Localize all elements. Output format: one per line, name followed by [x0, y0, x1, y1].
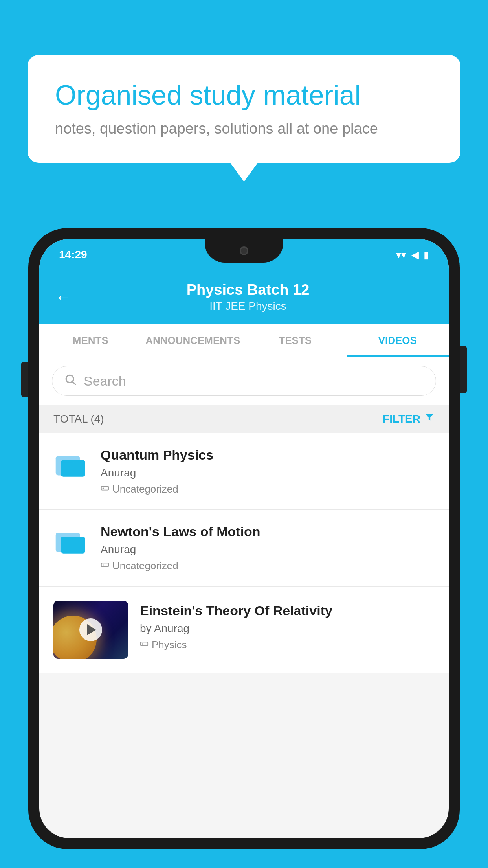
camera-dot [240, 246, 248, 255]
svg-line-1 [73, 382, 75, 384]
search-container: Search [39, 357, 449, 405]
video-tag: Physics [140, 639, 435, 651]
wifi-icon: ▾▾ [396, 249, 406, 261]
tab-ments[interactable]: MENTS [39, 324, 142, 357]
video-author: Anurag [101, 543, 435, 556]
video-info: Quantum Physics Anurag Uncategorized [101, 447, 435, 495]
folder-icon [53, 524, 89, 555]
tag-label: Uncategorized [112, 483, 178, 495]
svg-point-8 [142, 644, 143, 644]
search-icon [64, 373, 77, 389]
bubble-subtitle: notes, question papers, solutions all at… [55, 120, 433, 137]
tag-icon [140, 639, 149, 651]
tab-announcements[interactable]: ANNOUNCEMENTS [142, 324, 244, 357]
tag-label: Physics [152, 639, 187, 651]
video-tag: Uncategorized [101, 560, 435, 572]
status-icons: ▾▾ ◀ ▮ [396, 249, 429, 261]
video-list: Quantum Physics Anurag Uncategorized [39, 433, 449, 673]
play-button[interactable] [79, 618, 102, 641]
phone-wrapper: 14:29 ▾▾ ◀ ▮ ← Physics Batch 12 IIT JEE … [28, 228, 460, 868]
video-title: Quantum Physics [101, 447, 435, 463]
list-item[interactable]: Quantum Physics Anurag Uncategorized [39, 433, 449, 510]
status-time: 14:29 [59, 248, 87, 261]
search-placeholder: Search [84, 373, 126, 389]
filter-label: FILTER [383, 413, 420, 425]
bubble-title: Organised study material [55, 79, 433, 112]
video-title: Einstein's Theory Of Relativity [140, 603, 435, 618]
search-input-wrapper[interactable]: Search [52, 366, 436, 396]
speech-bubble: Organised study material notes, question… [28, 55, 460, 163]
play-icon [87, 624, 96, 635]
phone-outer: 14:29 ▾▾ ◀ ▮ ← Physics Batch 12 IIT JEE … [28, 228, 460, 849]
tag-icon [101, 483, 109, 495]
tabs-bar: MENTS ANNOUNCEMENTS TESTS VIDEOS [39, 324, 449, 357]
list-item[interactable]: Newton's Laws of Motion Anurag Uncategor… [39, 510, 449, 587]
video-author: Anurag [101, 467, 435, 479]
video-info: Newton's Laws of Motion Anurag Uncategor… [101, 524, 435, 572]
status-bar: 14:29 ▾▾ ◀ ▮ [39, 239, 449, 270]
svg-point-7 [103, 565, 104, 565]
speech-bubble-container: Organised study material notes, question… [28, 55, 460, 163]
filter-bar: TOTAL (4) FILTER [39, 405, 449, 433]
svg-point-4 [103, 488, 104, 489]
app-header: ← Physics Batch 12 IIT JEE Physics [39, 270, 449, 324]
list-item[interactable]: Einstein's Theory Of Relativity by Anura… [39, 587, 449, 673]
video-thumbnail [53, 601, 128, 659]
signal-icon: ◀ [411, 249, 419, 261]
battery-icon: ▮ [424, 249, 429, 261]
tag-label: Uncategorized [112, 560, 178, 572]
phone-screen: 14:29 ▾▾ ◀ ▮ ← Physics Batch 12 IIT JEE … [39, 239, 449, 838]
header-title-block: Physics Batch 12 IIT JEE Physics [83, 281, 413, 313]
notch [205, 239, 283, 263]
total-count: TOTAL (4) [53, 413, 104, 425]
filter-funnel-icon [424, 412, 435, 425]
video-tag: Uncategorized [101, 483, 435, 495]
folder-icon [53, 447, 89, 478]
back-button[interactable]: ← [55, 289, 72, 305]
header-subtitle: IIT JEE Physics [83, 300, 413, 313]
video-info: Einstein's Theory Of Relativity by Anura… [140, 601, 435, 651]
video-title: Newton's Laws of Motion [101, 524, 435, 539]
filter-button[interactable]: FILTER [383, 412, 435, 425]
tag-icon [101, 560, 109, 572]
header-title: Physics Batch 12 [83, 281, 413, 298]
tab-videos[interactable]: VIDEOS [347, 324, 449, 357]
tab-tests[interactable]: TESTS [244, 324, 347, 357]
video-author: by Anurag [140, 622, 435, 635]
